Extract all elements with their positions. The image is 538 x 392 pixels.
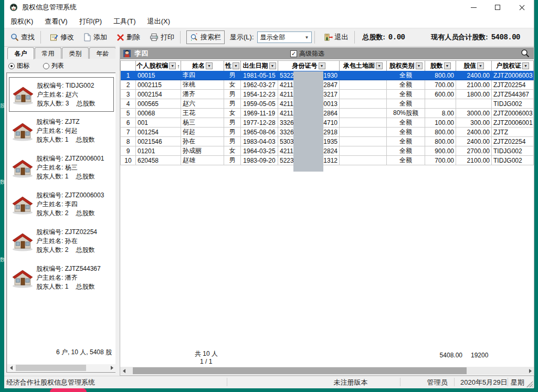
cell-name[interactable]: 孙在: [181, 137, 224, 146]
column-header[interactable]: 承包土地面▼: [340, 61, 387, 71]
radio-icon-view[interactable]: 图标: [8, 61, 29, 70]
cell-value[interactable]: 3000.00: [456, 109, 492, 118]
exit-button[interactable]: 退出: [321, 31, 352, 44]
scroll-right-arrow[interactable]: [108, 364, 115, 372]
cell-name[interactable]: 赵雄: [181, 156, 224, 165]
cell-shares[interactable]: 600.00: [425, 90, 456, 99]
cell-code[interactable]: 00068: [136, 109, 181, 118]
table-row[interactable]: 4000565赵六男1959-05-05421120013全额TIDJG002: [121, 99, 534, 109]
add-button[interactable]: 添加: [80, 31, 110, 44]
cell-num[interactable]: 5: [121, 109, 136, 118]
cell-gender[interactable]: 女: [224, 80, 241, 90]
cell-gender[interactable]: 男: [224, 137, 241, 146]
filter-dropdown-icon[interactable]: ▼: [319, 62, 325, 69]
resize-grip[interactable]: [526, 381, 533, 387]
table-row[interactable]: 80021546孙在男1983-04-03530331935全额800.0024…: [121, 137, 534, 146]
scrollbar-thumb[interactable]: [16, 365, 86, 371]
cell-cert[interactable]: ZJTZ02254: [492, 137, 534, 146]
cell-shares[interactable]: 800.00: [425, 128, 456, 137]
cell-dob[interactable]: 1983-04-03: [241, 137, 278, 146]
cell-type[interactable]: 全额: [387, 99, 425, 109]
cell-name[interactable]: 何起: [181, 128, 224, 137]
tab-age[interactable]: 年龄: [89, 47, 116, 59]
cell-gender[interactable]: 男: [224, 71, 241, 80]
cell-land[interactable]: [340, 71, 387, 80]
menu-print[interactable]: 打印(P): [74, 15, 107, 28]
minimize-button[interactable]: [461, 0, 486, 15]
cell-code[interactable]: 0002154: [136, 90, 181, 99]
cell-num[interactable]: 6: [121, 118, 136, 128]
filter-dropdown-icon[interactable]: ▼: [206, 62, 213, 69]
column-header[interactable]: 股权类别▼: [387, 61, 425, 71]
cell-value[interactable]: 2400.00: [456, 128, 492, 137]
cell-name[interactable]: 赵六: [181, 99, 224, 109]
radio-list-view[interactable]: 列表: [43, 61, 64, 70]
cell-code[interactable]: 01201: [136, 146, 181, 156]
table-row[interactable]: 6001杨三男1977-12-28332604710全额100.00300.00…: [121, 118, 534, 128]
scroll-left-arrow[interactable]: [7, 364, 15, 372]
cell-cert[interactable]: ZJTZ0006001: [492, 118, 534, 128]
cell-land[interactable]: [340, 99, 387, 109]
cell-dob[interactable]: 1983-09-20: [241, 156, 278, 165]
cell-shares[interactable]: 900.00: [425, 146, 456, 156]
table-row[interactable]: 10620458赵雄男1983-09-20522321312全额700.0021…: [121, 156, 534, 165]
cell-num[interactable]: 3: [121, 90, 136, 99]
cell-land[interactable]: [340, 118, 387, 128]
filter-dropdown-icon[interactable]: ▼: [269, 62, 276, 69]
column-header[interactable]: 股值▼: [456, 61, 492, 71]
cell-type[interactable]: 全额: [387, 118, 425, 128]
cell-cert[interactable]: ZJTZ02254: [492, 80, 534, 90]
cell-shares[interactable]: 100.00: [425, 118, 456, 128]
cell-dob[interactable]: 1965-08-06: [241, 128, 278, 137]
cell-dob[interactable]: 1969-11-19: [241, 109, 278, 118]
magnifier-icon[interactable]: [521, 49, 530, 58]
cell-num[interactable]: 2: [121, 80, 136, 90]
cell-shares[interactable]: 800.00: [425, 71, 456, 80]
filter-dropdown-icon[interactable]: ▼: [169, 62, 176, 69]
cell-dob[interactable]: 1981-05-15: [241, 71, 278, 80]
filter-dropdown-icon[interactable]: ▼: [376, 62, 383, 69]
table-row[interactable]: 500068王花女1969-11-1942112286480%股额8.00300…: [121, 109, 534, 118]
cell-value[interactable]: 2700.00: [456, 146, 492, 156]
cell-cert[interactable]: TIDJG002: [492, 146, 534, 156]
cell-num[interactable]: 8: [121, 137, 136, 146]
menu-view[interactable]: 查看(V): [39, 15, 72, 28]
column-header[interactable]: 性▼: [224, 61, 241, 71]
cell-gender[interactable]: 女: [224, 109, 241, 118]
filter-dropdown-icon[interactable]: ▼: [477, 62, 484, 69]
cell-dob[interactable]: 1977-12-28: [241, 118, 278, 128]
cell-shares[interactable]: 700.00: [425, 156, 456, 165]
cell-code[interactable]: 001254: [136, 128, 181, 137]
panel-splitter[interactable]: [115, 46, 120, 376]
cell-land[interactable]: [340, 137, 387, 146]
cell-land[interactable]: [340, 109, 387, 118]
column-header[interactable]: 股数▼: [425, 61, 456, 71]
column-header[interactable]: 姓名▼: [181, 61, 224, 71]
cell-name[interactable]: 李四: [181, 71, 224, 80]
cell-gender[interactable]: 男: [224, 156, 241, 165]
close-button[interactable]: [510, 0, 534, 15]
filter-dropdown-icon[interactable]: ▼: [444, 62, 451, 69]
cell-gender[interactable]: 女: [224, 146, 241, 156]
cell-code[interactable]: 00015: [136, 71, 181, 80]
checkbox-checked-icon[interactable]: ✓: [290, 50, 297, 57]
cell-dob[interactable]: 1962-03-27: [241, 80, 278, 90]
cell-num[interactable]: 7: [121, 128, 136, 137]
cell-shares[interactable]: [425, 99, 456, 109]
cell-gender[interactable]: 男: [224, 128, 241, 137]
cell-code[interactable]: 620458: [136, 156, 181, 165]
cell-value[interactable]: 2400.00: [456, 71, 492, 80]
cell-cert[interactable]: ZJTZ0006003: [492, 109, 534, 118]
cell-num[interactable]: 9: [121, 146, 136, 156]
household-item[interactable]: 股权编号: ZJTZ0006003户主姓名: 李四股东人数: 2总股数: [9, 187, 117, 221]
table-row[interactable]: 7001254何起男1965-08-06332622918全额800.00240…: [121, 128, 534, 137]
cell-value[interactable]: 300.00: [456, 118, 492, 128]
table-row[interactable]: 100015李四男1981-05-15532221930全额800.002400…: [121, 71, 534, 80]
table-horizontal-scrollbar[interactable]: [120, 367, 534, 375]
scroll-left-arrow[interactable]: [120, 367, 128, 375]
cell-land[interactable]: [340, 146, 387, 156]
cell-code[interactable]: 0002115: [136, 80, 181, 90]
cell-num[interactable]: 4: [121, 99, 136, 109]
cell-cert[interactable]: ZJTZ544367: [492, 90, 534, 99]
menu-equity[interactable]: 股权(K): [5, 15, 38, 28]
